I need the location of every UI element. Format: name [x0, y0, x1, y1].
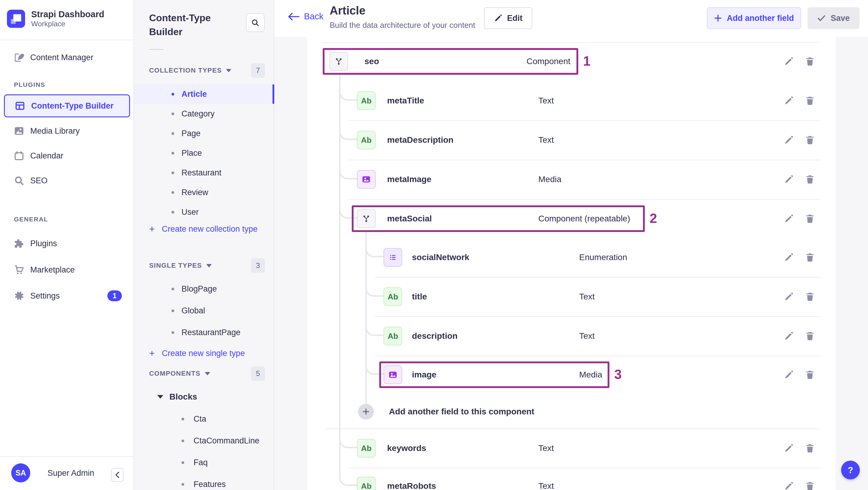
nav-item-label: Place — [182, 149, 202, 158]
help-button[interactable]: ? — [841, 461, 860, 480]
edit-field-button[interactable] — [783, 213, 794, 224]
edit-button[interactable]: Edit — [484, 7, 532, 29]
nav-item-review[interactable]: Review — [134, 183, 274, 202]
nav-item-global[interactable]: Global — [134, 301, 274, 320]
fields-card: 1 2 3 seo Component Ab metaTitle Text — [307, 37, 836, 490]
field-name: socialNetwork — [412, 252, 469, 262]
search-button[interactable] — [246, 13, 265, 32]
page-subtitle: Build the data architecture of your cont… — [330, 21, 475, 30]
app-logo-row[interactable]: Strapi Dashboard Workplace — [7, 9, 104, 28]
back-link[interactable]: Back — [288, 11, 323, 22]
create-collection-type-link[interactable]: + Create new collection type — [134, 220, 274, 238]
edit-field-button[interactable] — [783, 291, 794, 302]
create-single-type-link[interactable]: + Create new single type — [134, 344, 274, 362]
nav-item-ctacommandline[interactable]: CtaCommandLine — [134, 431, 274, 450]
delete-field-button[interactable] — [805, 213, 815, 224]
save-button[interactable]: Save — [807, 7, 860, 29]
bullet-icon — [172, 191, 174, 194]
pencil-icon — [784, 57, 794, 66]
page-header: Back Article Build the data architecture… — [274, 0, 868, 37]
delete-field-button[interactable] — [805, 331, 815, 341]
edit-field-button[interactable] — [783, 369, 794, 380]
nav-item-place[interactable]: Place — [134, 143, 274, 163]
section-label: COLLECTION TYPES — [149, 66, 222, 74]
add-another-field-button[interactable]: Add another field — [707, 7, 801, 29]
media-field-icon — [357, 170, 376, 189]
add-field-to-component-button[interactable] — [358, 404, 374, 420]
bullet-icon — [172, 211, 174, 214]
delete-field-button[interactable] — [805, 134, 815, 146]
nav-item-label: Page — [182, 129, 200, 138]
field-row-title: Ab title Text — [307, 277, 836, 316]
nav-item-restaurantpage[interactable]: RestaurantPage — [134, 323, 274, 342]
delete-field-button[interactable] — [805, 174, 815, 185]
edit-field-button[interactable] — [783, 331, 794, 341]
divider — [0, 456, 133, 457]
plus-icon: + — [149, 224, 155, 234]
delete-field-button[interactable] — [805, 291, 815, 302]
single-types-header[interactable]: SINGLE TYPES — [149, 258, 212, 273]
field-row-description: Ab description Text — [307, 316, 836, 356]
delete-field-button[interactable] — [805, 481, 815, 490]
edit-field-button[interactable] — [783, 174, 794, 185]
collection-types-header[interactable]: COLLECTION TYPES — [149, 63, 231, 78]
bullet-icon — [172, 132, 174, 135]
nav-item-cta[interactable]: Cta — [134, 409, 274, 429]
pencil-icon — [784, 252, 794, 262]
delete-field-button[interactable] — [805, 369, 815, 380]
field-type: Component (repeatable) — [538, 214, 630, 223]
save-label: Save — [831, 13, 849, 23]
nav-item-label: Faq — [193, 458, 208, 467]
delete-field-button[interactable] — [805, 95, 815, 106]
nav-item-page[interactable]: Page — [134, 124, 274, 143]
nav-item-category[interactable]: Category — [134, 104, 274, 123]
trash-icon — [805, 252, 815, 262]
gear-icon — [14, 291, 24, 301]
sidebar-item-content-manager[interactable]: Content Manager — [0, 47, 134, 68]
edit-field-button[interactable] — [783, 56, 794, 67]
sidebar-item-plugins[interactable]: Plugins — [0, 233, 134, 254]
nav-item-features[interactable]: Features — [134, 474, 274, 490]
field-type: Enumeration — [579, 252, 627, 262]
section-label: COMPONENTS — [149, 370, 200, 377]
field-row-metasocial: metaSocial Component (repeatable) — [307, 199, 836, 238]
chevron-down-icon — [226, 69, 231, 72]
component-group-blocks[interactable]: Blocks — [134, 387, 274, 406]
link-label: Create new collection type — [162, 224, 258, 234]
avatar[interactable]: SA — [11, 463, 30, 483]
sidebar-item-calendar[interactable]: Calendar — [0, 145, 134, 167]
sidebar-item-seo[interactable]: SEO — [0, 170, 134, 191]
collapse-sidebar-button[interactable] — [111, 468, 124, 482]
nav-item-label: Global — [182, 306, 205, 315]
nav-item-user[interactable]: User — [134, 202, 274, 222]
delete-field-button[interactable] — [805, 56, 815, 67]
edit-field-button[interactable] — [783, 443, 794, 454]
components-count: 5 — [251, 366, 265, 381]
edit-field-button[interactable] — [783, 95, 794, 106]
sidebar-item-settings[interactable]: Settings 1 — [0, 285, 134, 307]
nav-item-faq[interactable]: Faq — [134, 453, 274, 472]
nav-item-article[interactable]: Article — [134, 84, 274, 104]
edit-field-button[interactable] — [783, 134, 794, 146]
delete-field-button[interactable] — [805, 443, 815, 454]
add-field-to-component-label: Add another field to this component — [389, 407, 534, 417]
sidebar-item-marketplace[interactable]: Marketplace — [0, 259, 134, 281]
pencil-icon — [784, 370, 794, 379]
text-field-icon: Ab — [357, 477, 376, 490]
chevron-down-icon — [205, 372, 210, 375]
nav-item-restaurant[interactable]: Restaurant — [134, 163, 274, 182]
sidebar-item-content-type-builder[interactable]: Content-Type Builder — [4, 94, 130, 117]
divider — [0, 40, 133, 40]
builder-sub-sidebar: Content-Type Builder COLLECTION TYPES 7 … — [134, 0, 274, 490]
components-header[interactable]: COMPONENTS — [149, 366, 210, 381]
trash-icon — [805, 481, 815, 490]
field-row-metatitle: Ab metaTitle Text — [307, 81, 836, 120]
sidebar-item-media-library[interactable]: Media Library — [0, 120, 134, 142]
field-name: seo — [365, 57, 379, 66]
nav-item-blogpage[interactable]: BlogPage — [134, 279, 274, 299]
delete-field-button[interactable] — [805, 252, 815, 263]
edit-field-button[interactable] — [783, 481, 794, 490]
sidebar-item-label: Settings — [30, 291, 60, 301]
pencil-icon — [784, 292, 794, 302]
edit-field-button[interactable] — [783, 252, 794, 263]
